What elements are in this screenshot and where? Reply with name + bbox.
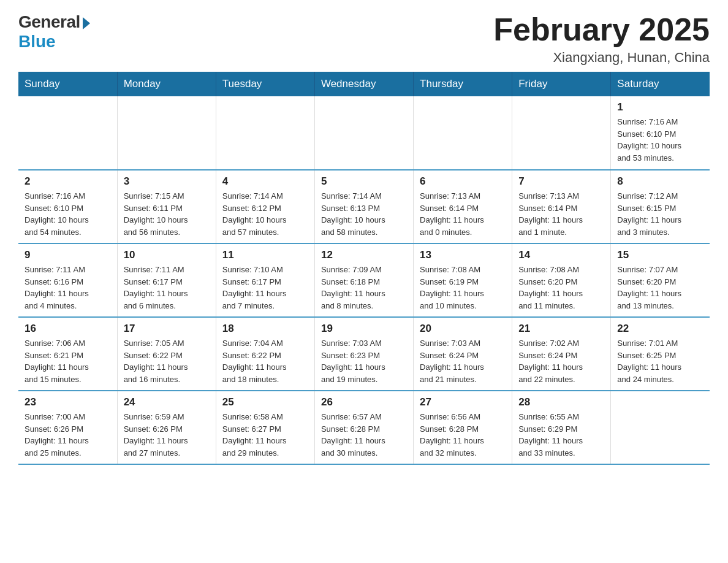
calendar-cell: 2Sunrise: 7:16 AM Sunset: 6:10 PM Daylig… bbox=[18, 170, 117, 243]
calendar-cell: 4Sunrise: 7:14 AM Sunset: 6:12 PM Daylig… bbox=[216, 170, 314, 243]
day-info: Sunrise: 7:08 AM Sunset: 6:20 PM Dayligh… bbox=[518, 264, 604, 312]
logo-general-text: General bbox=[18, 12, 80, 32]
day-info: Sunrise: 7:14 AM Sunset: 6:12 PM Dayligh… bbox=[222, 190, 308, 238]
day-info: Sunrise: 7:05 AM Sunset: 6:22 PM Dayligh… bbox=[124, 337, 210, 385]
day-info: Sunrise: 6:55 AM Sunset: 6:29 PM Dayligh… bbox=[518, 411, 604, 459]
calendar-table: SundayMondayTuesdayWednesdayThursdayFrid… bbox=[18, 72, 710, 465]
day-number: 1 bbox=[617, 101, 703, 113]
calendar-cell: 22Sunrise: 7:01 AM Sunset: 6:25 PM Dayli… bbox=[611, 317, 710, 391]
day-number: 28 bbox=[518, 396, 604, 408]
logo-arrow-icon bbox=[83, 17, 90, 29]
calendar-cell bbox=[18, 96, 117, 170]
day-info: Sunrise: 7:03 AM Sunset: 6:24 PM Dayligh… bbox=[420, 337, 506, 385]
day-info: Sunrise: 7:15 AM Sunset: 6:11 PM Dayligh… bbox=[124, 190, 210, 238]
day-number: 18 bbox=[222, 323, 308, 335]
calendar-cell bbox=[611, 391, 710, 464]
calendar-week-row: 1Sunrise: 7:16 AM Sunset: 6:10 PM Daylig… bbox=[18, 96, 710, 170]
calendar-cell: 24Sunrise: 6:59 AM Sunset: 6:26 PM Dayli… bbox=[117, 391, 216, 464]
calendar-cell: 23Sunrise: 7:00 AM Sunset: 6:26 PM Dayli… bbox=[18, 391, 117, 464]
calendar-cell: 9Sunrise: 7:11 AM Sunset: 6:16 PM Daylig… bbox=[18, 243, 117, 317]
calendar-cell: 12Sunrise: 7:09 AM Sunset: 6:18 PM Dayli… bbox=[314, 243, 413, 317]
day-number: 7 bbox=[518, 175, 604, 188]
calendar-cell bbox=[216, 96, 314, 170]
calendar-cell bbox=[512, 96, 611, 170]
calendar-cell: 7Sunrise: 7:13 AM Sunset: 6:14 PM Daylig… bbox=[512, 170, 611, 243]
calendar-week-row: 9Sunrise: 7:11 AM Sunset: 6:16 PM Daylig… bbox=[18, 243, 710, 317]
calendar-cell: 10Sunrise: 7:11 AM Sunset: 6:17 PM Dayli… bbox=[117, 243, 216, 317]
day-info: Sunrise: 7:13 AM Sunset: 6:14 PM Dayligh… bbox=[518, 190, 604, 238]
day-number: 8 bbox=[617, 175, 703, 188]
calendar-cell: 6Sunrise: 7:13 AM Sunset: 6:14 PM Daylig… bbox=[414, 170, 512, 243]
day-info: Sunrise: 7:10 AM Sunset: 6:17 PM Dayligh… bbox=[222, 264, 308, 312]
day-info: Sunrise: 6:56 AM Sunset: 6:28 PM Dayligh… bbox=[420, 411, 506, 459]
calendar-cell: 25Sunrise: 6:58 AM Sunset: 6:27 PM Dayli… bbox=[216, 391, 314, 464]
calendar-cell: 28Sunrise: 6:55 AM Sunset: 6:29 PM Dayli… bbox=[512, 391, 611, 464]
day-info: Sunrise: 7:16 AM Sunset: 6:10 PM Dayligh… bbox=[25, 190, 111, 238]
day-info: Sunrise: 7:12 AM Sunset: 6:15 PM Dayligh… bbox=[617, 190, 703, 238]
day-number: 6 bbox=[420, 175, 506, 188]
day-number: 12 bbox=[321, 249, 407, 261]
calendar-cell: 13Sunrise: 7:08 AM Sunset: 6:19 PM Dayli… bbox=[414, 243, 512, 317]
day-number: 14 bbox=[518, 249, 604, 261]
calendar-week-row: 16Sunrise: 7:06 AM Sunset: 6:21 PM Dayli… bbox=[18, 317, 710, 391]
day-header-friday: Friday bbox=[512, 72, 611, 96]
day-header-wednesday: Wednesday bbox=[314, 72, 413, 96]
calendar-cell: 21Sunrise: 7:02 AM Sunset: 6:24 PM Dayli… bbox=[512, 317, 611, 391]
calendar-cell bbox=[314, 96, 413, 170]
day-info: Sunrise: 7:03 AM Sunset: 6:23 PM Dayligh… bbox=[321, 337, 407, 385]
day-number: 10 bbox=[124, 249, 210, 261]
day-number: 24 bbox=[124, 396, 210, 408]
day-info: Sunrise: 6:59 AM Sunset: 6:26 PM Dayligh… bbox=[124, 411, 210, 459]
day-info: Sunrise: 7:16 AM Sunset: 6:10 PM Dayligh… bbox=[617, 116, 703, 164]
day-info: Sunrise: 7:06 AM Sunset: 6:21 PM Dayligh… bbox=[25, 337, 111, 385]
calendar-cell: 27Sunrise: 6:56 AM Sunset: 6:28 PM Dayli… bbox=[414, 391, 512, 464]
day-info: Sunrise: 7:11 AM Sunset: 6:17 PM Dayligh… bbox=[124, 264, 210, 312]
day-info: Sunrise: 6:57 AM Sunset: 6:28 PM Dayligh… bbox=[321, 411, 407, 459]
day-number: 25 bbox=[222, 396, 308, 408]
day-number: 22 bbox=[617, 323, 703, 335]
calendar-cell: 26Sunrise: 6:57 AM Sunset: 6:28 PM Dayli… bbox=[314, 391, 413, 464]
calendar-cell: 8Sunrise: 7:12 AM Sunset: 6:15 PM Daylig… bbox=[611, 170, 710, 243]
day-number: 5 bbox=[321, 175, 407, 188]
day-header-sunday: Sunday bbox=[18, 72, 117, 96]
calendar-week-row: 2Sunrise: 7:16 AM Sunset: 6:10 PM Daylig… bbox=[18, 170, 710, 243]
page-header: General Blue February 2025 Xiangxiang, H… bbox=[18, 12, 710, 66]
title-area: February 2025 Xiangxiang, Hunan, China bbox=[493, 12, 710, 66]
calendar-cell: 16Sunrise: 7:06 AM Sunset: 6:21 PM Dayli… bbox=[18, 317, 117, 391]
day-info: Sunrise: 7:00 AM Sunset: 6:26 PM Dayligh… bbox=[25, 411, 111, 459]
day-number: 2 bbox=[25, 175, 111, 188]
day-number: 19 bbox=[321, 323, 407, 335]
day-number: 26 bbox=[321, 396, 407, 408]
calendar-cell: 17Sunrise: 7:05 AM Sunset: 6:22 PM Dayli… bbox=[117, 317, 216, 391]
logo-blue-text: Blue bbox=[18, 32, 56, 52]
day-number: 20 bbox=[420, 323, 506, 335]
day-number: 4 bbox=[222, 175, 308, 188]
day-number: 13 bbox=[420, 249, 506, 261]
day-header-thursday: Thursday bbox=[414, 72, 512, 96]
calendar-cell: 14Sunrise: 7:08 AM Sunset: 6:20 PM Dayli… bbox=[512, 243, 611, 317]
day-info: Sunrise: 7:08 AM Sunset: 6:19 PM Dayligh… bbox=[420, 264, 506, 312]
day-info: Sunrise: 7:04 AM Sunset: 6:22 PM Dayligh… bbox=[222, 337, 308, 385]
location-subtitle: Xiangxiang, Hunan, China bbox=[493, 50, 710, 66]
calendar-week-row: 23Sunrise: 7:00 AM Sunset: 6:26 PM Dayli… bbox=[18, 391, 710, 464]
calendar-header-row: SundayMondayTuesdayWednesdayThursdayFrid… bbox=[18, 72, 710, 96]
month-title: February 2025 bbox=[493, 12, 710, 47]
day-number: 9 bbox=[25, 249, 111, 261]
day-header-tuesday: Tuesday bbox=[216, 72, 314, 96]
day-number: 15 bbox=[617, 249, 703, 261]
calendar-cell: 1Sunrise: 7:16 AM Sunset: 6:10 PM Daylig… bbox=[611, 96, 710, 170]
day-number: 27 bbox=[420, 396, 506, 408]
calendar-cell: 19Sunrise: 7:03 AM Sunset: 6:23 PM Dayli… bbox=[314, 317, 413, 391]
day-info: Sunrise: 6:58 AM Sunset: 6:27 PM Dayligh… bbox=[222, 411, 308, 459]
day-info: Sunrise: 7:14 AM Sunset: 6:13 PM Dayligh… bbox=[321, 190, 407, 238]
calendar-cell: 20Sunrise: 7:03 AM Sunset: 6:24 PM Dayli… bbox=[414, 317, 512, 391]
calendar-cell bbox=[117, 96, 216, 170]
day-info: Sunrise: 7:13 AM Sunset: 6:14 PM Dayligh… bbox=[420, 190, 506, 238]
calendar-cell bbox=[414, 96, 512, 170]
day-info: Sunrise: 7:09 AM Sunset: 6:18 PM Dayligh… bbox=[321, 264, 407, 312]
day-number: 17 bbox=[124, 323, 210, 335]
day-number: 21 bbox=[518, 323, 604, 335]
day-info: Sunrise: 7:02 AM Sunset: 6:24 PM Dayligh… bbox=[518, 337, 604, 385]
day-number: 11 bbox=[222, 249, 308, 261]
day-info: Sunrise: 7:01 AM Sunset: 6:25 PM Dayligh… bbox=[617, 337, 703, 385]
